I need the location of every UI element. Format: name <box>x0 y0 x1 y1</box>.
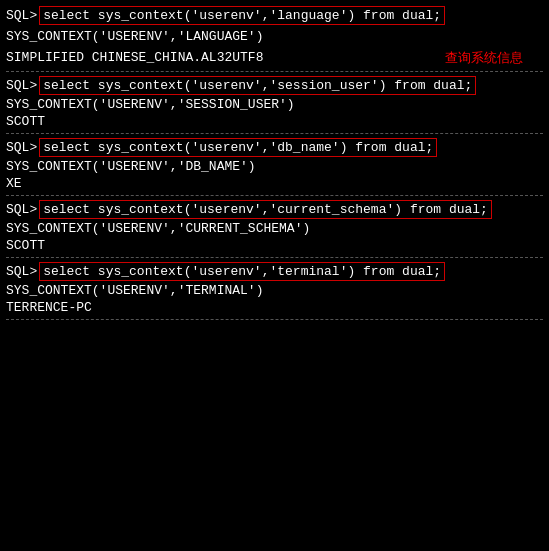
output-label-4: SYS_CONTEXT('USERENV','CURRENT_SCHEMA') <box>6 221 543 236</box>
block-3: SQL> select sys_context('userenv','db_na… <box>6 138 543 191</box>
result-4: SCOTT <box>6 238 543 253</box>
sql-command-5: select sys_context('userenv','terminal')… <box>39 262 445 281</box>
prompt-2: SQL> <box>6 78 37 93</box>
sql-line-1: SQL> select sys_context('userenv','langu… <box>6 6 543 25</box>
output-label-1: SYS_CONTEXT('USERENV','LANGUAGE') <box>6 29 263 44</box>
output-label-2: SYS_CONTEXT('USERENV','SESSION_USER') <box>6 97 543 112</box>
prompt-1: SQL> <box>6 8 37 23</box>
output-label-5: SYS_CONTEXT('USERENV','TERMINAL') <box>6 283 543 298</box>
prompt-3: SQL> <box>6 140 37 155</box>
terminal-window: SQL> select sys_context('userenv','langu… <box>0 0 549 551</box>
prompt-4: SQL> <box>6 202 37 217</box>
annotation-1: 查询系统信息 <box>445 49 523 67</box>
result-2: SCOTT <box>6 114 543 129</box>
result-1: SIMPLIFIED CHINESE_CHINA.AL32UTF8 <box>6 50 263 65</box>
sql-command-4: select sys_context('userenv','current_sc… <box>39 200 492 219</box>
prompt-5: SQL> <box>6 264 37 279</box>
sql-command-2: select sys_context('userenv','session_us… <box>39 76 476 95</box>
sql-command-1: select sys_context('userenv','language')… <box>39 6 445 25</box>
block-5: SQL> select sys_context('userenv','termi… <box>6 262 543 315</box>
divider-4 <box>6 257 543 258</box>
result-3: XE <box>6 176 543 191</box>
sql-command-3: select sys_context('userenv','db_name') … <box>39 138 437 157</box>
block-2: SQL> select sys_context('userenv','sessi… <box>6 76 543 129</box>
divider-3 <box>6 195 543 196</box>
sql-line-5: SQL> select sys_context('userenv','termi… <box>6 262 543 281</box>
divider-5 <box>6 319 543 320</box>
divider-2 <box>6 133 543 134</box>
sql-line-2: SQL> select sys_context('userenv','sessi… <box>6 76 543 95</box>
block-1: SQL> select sys_context('userenv','langu… <box>6 6 543 67</box>
result-5: TERRENCE-PC <box>6 300 543 315</box>
sql-line-3: SQL> select sys_context('userenv','db_na… <box>6 138 543 157</box>
block-4: SQL> select sys_context('userenv','curre… <box>6 200 543 253</box>
divider-1 <box>6 71 543 72</box>
sql-line-4: SQL> select sys_context('userenv','curre… <box>6 200 543 219</box>
output-label-3: SYS_CONTEXT('USERENV','DB_NAME') <box>6 159 543 174</box>
